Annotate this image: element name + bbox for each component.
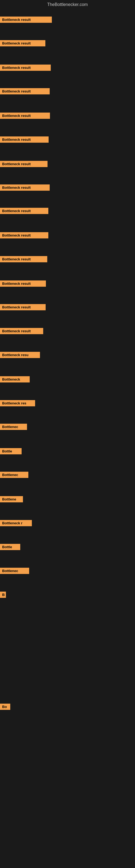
site-title-text: TheBottlenecker.com (47, 2, 88, 7)
bottleneck-label: Bottleneck result (0, 161, 48, 167)
bottleneck-label: Bottlene (0, 496, 23, 502)
bottleneck-item[interactable]: B (0, 592, 6, 598)
bottleneck-label: Bottleneck result (0, 208, 48, 214)
bottleneck-item[interactable]: Bottleneck result (0, 328, 43, 334)
bottleneck-item[interactable]: Bottleneck res (0, 400, 35, 406)
bottleneck-label: Bottlenec (0, 424, 27, 430)
bottleneck-item[interactable]: Bottleneck result (0, 88, 50, 94)
bottleneck-item[interactable]: Bottlenec (0, 472, 28, 478)
bottleneck-item[interactable]: Bottleneck result (0, 256, 47, 262)
bottleneck-item[interactable]: Bottleneck result (0, 280, 46, 287)
bottleneck-item[interactable]: Bottle (0, 448, 21, 454)
bottleneck-item[interactable]: Bottleneck result (0, 113, 50, 119)
bottleneck-item[interactable]: Bottleneck (0, 376, 30, 382)
bottleneck-item[interactable]: Bottleneck result (0, 208, 48, 214)
bottleneck-label: Bottleneck res (0, 400, 35, 406)
bottleneck-item[interactable]: Bottleneck result (0, 17, 52, 23)
bottleneck-label: Bottle (0, 448, 21, 454)
bottleneck-item[interactable]: Bottle (0, 544, 20, 550)
bottleneck-label: Bottleneck r (0, 520, 32, 526)
bottleneck-item[interactable]: Bottleneck resu (0, 352, 40, 358)
bottleneck-item[interactable]: Bottleneck r (0, 520, 32, 526)
bottleneck-label: Bottleneck result (0, 17, 52, 23)
bottleneck-item[interactable]: Bo (0, 704, 10, 710)
bottleneck-item[interactable]: Bottleneck result (0, 40, 45, 46)
bottleneck-label: Bottleneck resu (0, 352, 40, 358)
bottleneck-label: Bottle (0, 544, 20, 550)
site-title: TheBottlenecker.com (0, 0, 135, 9)
bottleneck-label: Bottleneck result (0, 113, 50, 119)
bottleneck-item[interactable]: Bottleneck result (0, 232, 48, 239)
bottleneck-label: Bottlenec (0, 568, 29, 574)
bottleneck-label: Bottleneck result (0, 256, 47, 262)
bottleneck-item[interactable]: Bottleneck result (0, 65, 51, 71)
bottleneck-label: Bottleneck result (0, 232, 48, 239)
bottleneck-item[interactable]: Bottlene (0, 496, 23, 502)
bottleneck-label: Bo (0, 704, 10, 710)
bottleneck-item[interactable]: Bottleneck result (0, 161, 48, 167)
bottleneck-label: Bottlenec (0, 472, 28, 478)
bottleneck-item[interactable]: Bottleneck result (0, 184, 50, 191)
bottleneck-item[interactable]: Bottlenec (0, 568, 29, 574)
bottleneck-item[interactable]: Bottleneck result (0, 136, 49, 143)
bottleneck-item[interactable]: Bottleneck result (0, 304, 46, 310)
bottleneck-label: Bottleneck result (0, 304, 46, 310)
bottleneck-label: Bottleneck result (0, 136, 49, 143)
bottleneck-label: Bottleneck result (0, 280, 46, 287)
bottleneck-label: Bottleneck result (0, 40, 45, 46)
bottleneck-label: Bottleneck result (0, 328, 43, 334)
bottleneck-label: Bottleneck result (0, 88, 50, 94)
bottleneck-label: Bottleneck (0, 376, 30, 382)
bottleneck-label: B (0, 592, 6, 598)
bottleneck-label: Bottleneck result (0, 65, 51, 71)
bottleneck-label: Bottleneck result (0, 184, 50, 191)
bottleneck-item[interactable]: Bottlenec (0, 424, 27, 430)
